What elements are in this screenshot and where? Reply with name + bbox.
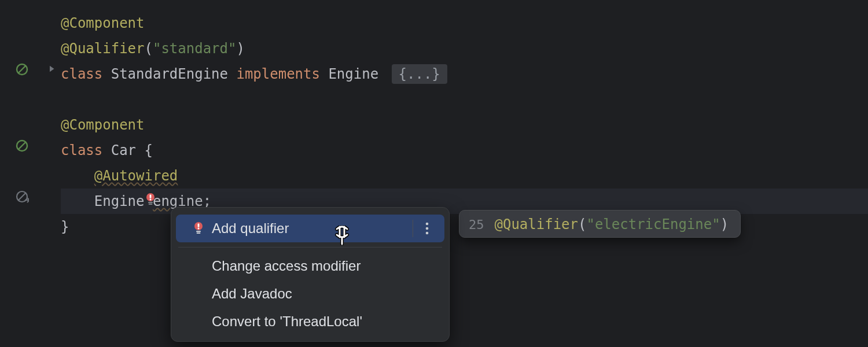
svg-rect-14 (196, 231, 201, 232)
intention-item-change-access[interactable]: Change access modifier (176, 252, 444, 280)
preview-line-number: 25 (469, 217, 484, 232)
code-line-blank[interactable] (61, 87, 868, 112)
type-token: Engine (328, 66, 387, 82)
string-token: "electricEngine" (586, 216, 720, 232)
punct-token: ( (145, 40, 153, 57)
intention-item-label: Add Javadoc (212, 286, 434, 302)
intention-item-convert-threadlocal[interactable]: Convert to 'ThreadLocal' (176, 308, 444, 335)
annotation-token: @Qualifier (495, 216, 579, 232)
more-options-icon[interactable] (420, 222, 434, 235)
code-line[interactable]: @Component (61, 112, 868, 138)
svg-rect-15 (197, 232, 201, 234)
svg-line-1 (19, 66, 25, 73)
intention-item-label: Convert to 'ThreadLocal' (212, 313, 434, 330)
intention-item-label: Add qualifier (212, 220, 409, 237)
intention-popup[interactable]: Add qualifier Change access modifier Add… (171, 207, 450, 342)
svg-rect-10 (148, 204, 152, 205)
nav-arrow-icon[interactable] (14, 189, 30, 205)
intention-item-add-qualifier[interactable]: Add qualifier (176, 215, 444, 242)
svg-rect-9 (148, 202, 153, 203)
fix-preview-tooltip: 25 @Qualifier("electricEngine") (459, 210, 741, 238)
keyword-token: class (61, 66, 111, 82)
svg-line-3 (19, 142, 25, 149)
svg-point-18 (426, 232, 429, 235)
annotation-token: @Qualifier (61, 40, 145, 57)
punct-token: ( (578, 216, 586, 232)
svg-point-16 (426, 223, 429, 226)
code-line[interactable]: class Car { (61, 138, 868, 163)
svg-point-8 (149, 199, 151, 201)
punct-token: } (61, 219, 69, 235)
intention-item-label: Change access modifier (212, 258, 434, 274)
no-entry-icon[interactable] (14, 61, 30, 77)
type-token: StandardEngine (111, 66, 237, 82)
svg-point-13 (198, 228, 200, 230)
no-entry-icon[interactable] (14, 138, 30, 154)
string-token: "standard" (153, 40, 237, 57)
code-fold-placeholder[interactable]: {...} (392, 64, 447, 84)
punct-token: ) (720, 216, 729, 232)
code-line[interactable]: class StandardEngine implements Engine {… (61, 61, 868, 87)
code-line[interactable]: @Component (61, 10, 868, 36)
svg-line-5 (19, 193, 25, 200)
svg-rect-12 (198, 224, 200, 227)
punct-token: ) (236, 40, 244, 57)
annotation-token: @Component (61, 15, 145, 31)
fold-toggle-icon[interactable] (45, 62, 58, 75)
svg-rect-7 (149, 195, 151, 198)
code-line[interactable]: @Qualifier("standard") (61, 36, 868, 61)
separator (178, 247, 442, 248)
svg-point-17 (426, 227, 429, 230)
annotation-token: @Component (61, 117, 145, 133)
separator (413, 220, 413, 237)
keyword-token: class (61, 142, 111, 158)
punct-token: { (145, 142, 153, 158)
intention-item-add-javadoc[interactable]: Add Javadoc (176, 280, 444, 308)
type-token: Car (111, 142, 145, 158)
gutter (0, 0, 61, 347)
code-line[interactable]: @Autowired (61, 163, 868, 189)
keyword-token: implements (236, 66, 328, 82)
error-bulb-icon (192, 222, 212, 235)
